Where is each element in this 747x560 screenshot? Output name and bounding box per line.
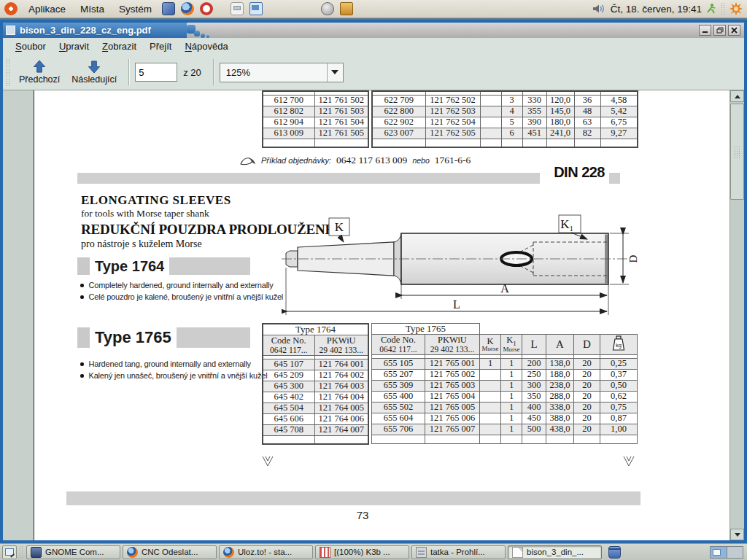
app-launcher-icon[interactable] xyxy=(162,2,175,15)
taskbar-task-button[interactable]: GNOME Com... xyxy=(26,545,120,559)
next-page-button[interactable]: Následující xyxy=(66,58,123,86)
order-or: nebo xyxy=(412,156,429,165)
table-cell: 121 765 004 xyxy=(425,392,480,402)
column-header: D xyxy=(574,335,600,355)
window-list-grip[interactable] xyxy=(19,545,24,559)
table-cell: 645 606 xyxy=(263,413,314,424)
table-row: 613 009 121 761 505 xyxy=(263,128,368,139)
screenshot-tool-icon[interactable] xyxy=(249,2,263,15)
table-row: 645 708 121 764 007 xyxy=(263,424,368,435)
volume-icon[interactable] xyxy=(592,2,605,15)
table-row: 655 400 121 765 004 1 350 288,0 20 0,62 xyxy=(372,392,638,402)
menu-item[interactable]: Nápověda xyxy=(178,39,234,54)
column-header: PKWiU29 402 133... xyxy=(425,335,480,355)
task-icon xyxy=(320,547,330,558)
menu-item[interactable]: Upravit xyxy=(53,39,96,54)
bullet-item: Kalený jen unašeč, broušený je vnitřní a… xyxy=(80,371,270,383)
panel-menu-item[interactable]: Aplikace xyxy=(22,1,72,17)
table-continues-marker xyxy=(262,456,274,467)
help-launcher-icon[interactable] xyxy=(200,2,213,15)
bullet-item: Celé pouzdro je kalené, broušený je vnit… xyxy=(80,292,270,304)
table-row: 645 606 121 764 006 xyxy=(263,413,368,424)
table-cell: 9,27 xyxy=(600,128,638,139)
taskbar-task-button[interactable]: bison_3_din_... xyxy=(508,545,602,559)
panel-menu-item[interactable]: Místa xyxy=(74,1,111,17)
group-header-empty xyxy=(480,324,638,335)
workspace-active[interactable] xyxy=(711,547,727,558)
scroll-up-button[interactable] xyxy=(730,90,744,102)
table-cell: 622 709 xyxy=(372,95,425,106)
window-icon xyxy=(6,26,15,35)
main-table-type-1765: Type 1765 Code No.0642 117... PKWiU29 40… xyxy=(371,323,638,444)
window-titlebar[interactable]: bison_3_din_228_cz_eng.pdf xyxy=(3,23,744,38)
title-english: ELONGATING SLEEVES xyxy=(81,193,231,208)
table-row: 645 504 121 764 005 xyxy=(263,402,368,413)
gimp-icon[interactable] xyxy=(321,2,334,15)
table-row: 645 107 121 764 001 xyxy=(263,359,368,370)
menu-item[interactable]: Zobrazit xyxy=(96,39,143,54)
table-cell: 20 xyxy=(574,413,600,424)
table-row: 622 902 121 762 504 5 390 180,0 63 6,75 xyxy=(372,117,638,128)
update-notifier-icon[interactable] xyxy=(729,2,743,15)
table-cell: 622 902 xyxy=(372,117,425,128)
scroll-down-button[interactable] xyxy=(730,529,744,540)
type-1765-bullets: Hardened tang, ground internally and ext… xyxy=(80,359,270,383)
workspace-other[interactable] xyxy=(727,547,743,558)
panel-clock[interactable]: Čt, 18. červen, 19:41 xyxy=(611,4,702,15)
distro-logo-icon[interactable] xyxy=(4,2,18,15)
taskbar-task-button[interactable]: [(100%) K3b ... xyxy=(315,545,409,559)
taskbar-task-button[interactable]: CNC Odeslat... xyxy=(123,545,217,559)
table-cell: 655 706 xyxy=(372,424,425,435)
titlebar-decoration xyxy=(206,35,209,38)
page-number-input[interactable] xyxy=(135,63,177,82)
workspace-switcher[interactable] xyxy=(710,546,743,559)
scrollbar-thumb[interactable] xyxy=(730,104,744,200)
table-cell: 613 009 xyxy=(263,128,314,139)
menu-item[interactable]: Přejít xyxy=(143,39,178,54)
table-cell: 350 xyxy=(522,392,546,402)
table-cell: 438,0 xyxy=(546,424,574,435)
group-header: Type 1765 xyxy=(372,324,480,335)
table-cell: 138,0 xyxy=(546,359,574,370)
table-cell: 121 761 503 xyxy=(314,106,368,117)
table-cell: 0,87 xyxy=(600,413,638,424)
taskbar-task-button[interactable]: Uloz.to! - sta... xyxy=(219,545,313,559)
table-row: 645 300 121 764 003 xyxy=(263,381,368,392)
taskbar-task-button[interactable]: tatka - Prohlí... xyxy=(411,545,506,559)
package-tool-icon[interactable] xyxy=(340,2,353,15)
table-row: 645 402 121 764 004 xyxy=(263,392,368,402)
table-row: 655 706 121 765 007 1 500 438,0 20 1,00 xyxy=(372,424,638,435)
table-cell xyxy=(425,435,480,444)
menu-label-post: ápověda xyxy=(192,41,228,52)
trash-icon[interactable] xyxy=(608,546,621,559)
panel-menu-item[interactable]: Systém xyxy=(112,1,158,17)
pdf-viewer-window: bison_3_din_228_cz_eng.pdf xyxy=(0,20,747,543)
pdf-page[interactable]: 612 700 121 761 502 612 802 121 761 503 … xyxy=(34,90,729,540)
table-row xyxy=(372,435,638,444)
show-desktop-button[interactable] xyxy=(2,545,17,559)
drive-mount-icon[interactable] xyxy=(231,2,244,15)
vertical-scrollbar[interactable] xyxy=(729,90,744,540)
previous-label: Předchozí xyxy=(19,74,60,85)
maximize-button[interactable] xyxy=(713,25,726,36)
zoom-dropdown-button[interactable] xyxy=(327,63,343,82)
minimize-button[interactable] xyxy=(699,25,711,36)
zoom-combobox[interactable]: 125% xyxy=(220,63,344,82)
close-button[interactable] xyxy=(728,25,740,36)
type-1765-header: Type 1765 xyxy=(77,327,250,348)
previous-page-button[interactable]: Předchozí xyxy=(13,58,66,86)
toolbar-grip[interactable] xyxy=(6,58,10,86)
table-cell: 121 764 005 xyxy=(314,402,368,413)
task-icon xyxy=(127,547,138,558)
table-cell xyxy=(600,139,638,147)
notification-area-grip[interactable] xyxy=(721,2,726,15)
table-row: 612 802 121 761 503 xyxy=(263,106,368,117)
type-1764-bullets: Completely hardened, ground internally a… xyxy=(80,281,270,304)
scrollbar-track[interactable] xyxy=(730,102,744,529)
user-switcher-icon[interactable] xyxy=(705,3,717,15)
firefox-launcher-icon[interactable] xyxy=(181,2,194,15)
zoom-value: 125% xyxy=(220,67,327,78)
table-cell xyxy=(263,139,314,147)
menu-item[interactable]: Soubor xyxy=(9,39,53,54)
table-row: 655 207 121 765 002 1 250 188,0 20 0,37 xyxy=(372,370,638,381)
